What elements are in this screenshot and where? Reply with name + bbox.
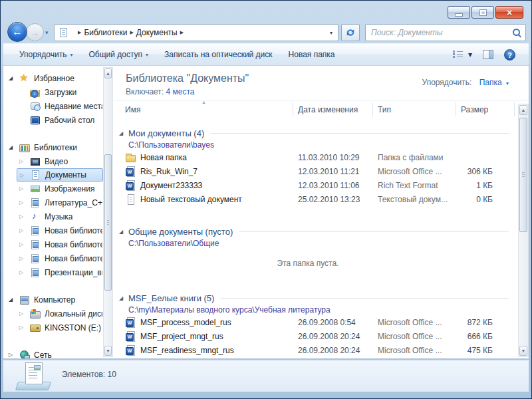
tree-item[interactable]: ▷Презентации_вв bbox=[3, 265, 102, 279]
tree-item[interactable]: Загрузки bbox=[3, 85, 102, 99]
file-row[interactable]: MSF_readiness_mngt_rus26.09.2008 20:24Mi… bbox=[114, 344, 529, 358]
arrange-value[interactable]: Папка bbox=[479, 78, 502, 87]
expander-icon[interactable]: ◢ bbox=[9, 297, 19, 303]
expander-icon[interactable]: ▷ bbox=[19, 255, 30, 261]
tree-item[interactable]: ▷Литература_C++ bbox=[3, 196, 102, 209]
breadcrumb-item[interactable]: Библиотеки bbox=[82, 27, 128, 38]
file-list-scrollbar[interactable]: ▲ ▼ bbox=[518, 104, 529, 357]
back-arrow-icon: ← bbox=[12, 27, 23, 37]
refresh-button[interactable] bbox=[341, 24, 360, 41]
expander-icon[interactable]: ▷ bbox=[19, 311, 30, 317]
scroll-down-button[interactable]: ▼ bbox=[519, 346, 527, 356]
file-size: 872 КБ bbox=[426, 318, 493, 327]
group-header-line bbox=[239, 231, 509, 232]
tree-item[interactable]: ▷Локальный диск bbox=[3, 307, 102, 321]
expander-icon[interactable]: ▷ bbox=[19, 200, 30, 205]
chevron-down-icon[interactable]: ▾ bbox=[506, 80, 509, 86]
toolbar-button[interactable]: Общий доступ▾ bbox=[80, 47, 156, 62]
tree-item[interactable]: Недавние места bbox=[3, 99, 102, 113]
tree-section-header[interactable]: ◢Избранное bbox=[3, 71, 102, 85]
expander-open-icon[interactable]: ◢ bbox=[119, 130, 128, 136]
address-dropdown-icon[interactable]: ▾ bbox=[329, 30, 334, 36]
breadcrumb-separator-icon: ▶ bbox=[128, 30, 134, 35]
scroll-up-button[interactable]: ▲ bbox=[519, 105, 527, 115]
location-page-icon bbox=[59, 27, 69, 38]
toolbar-button-label: Упорядочить bbox=[19, 50, 66, 59]
expander-open-icon[interactable]: ◢ bbox=[119, 295, 128, 301]
search-icon[interactable] bbox=[512, 28, 521, 37]
forward-button[interactable]: → bbox=[26, 23, 44, 41]
column-separator[interactable] bbox=[514, 102, 515, 116]
minimize-button[interactable] bbox=[448, 6, 470, 19]
expander-icon[interactable]: ▷ bbox=[9, 352, 19, 358]
scrollbar-thumb[interactable] bbox=[519, 118, 527, 232]
expander-icon[interactable]: ◢ bbox=[9, 144, 19, 150]
file-row[interactable]: Новая папка11.03.2010 10:29Папка с файла… bbox=[114, 151, 529, 165]
preview-pane-button[interactable] bbox=[483, 50, 493, 59]
group-header[interactable]: ◢Мои документы (4) bbox=[114, 126, 529, 140]
tree-item-label: Изображения bbox=[45, 184, 94, 194]
includes-link[interactable]: 4 места bbox=[166, 87, 195, 96]
back-button[interactable]: ← bbox=[7, 22, 27, 42]
toolbar-button[interactable]: Упорядочить▾ bbox=[11, 47, 80, 62]
column-header[interactable]: Тип bbox=[378, 105, 391, 114]
tree-item[interactable]: ▷Изображения bbox=[3, 182, 102, 196]
scroll-up-button[interactable]: ▲ bbox=[104, 68, 112, 78]
toolbar-button[interactable]: Записать на оптический диск bbox=[156, 47, 281, 62]
change-view-button[interactable]: ▾ bbox=[453, 50, 472, 59]
column-separator[interactable] bbox=[293, 102, 293, 116]
expander-icon[interactable]: ▷ bbox=[19, 325, 30, 331]
expander-open-icon[interactable]: ◢ bbox=[119, 229, 128, 235]
expander-icon[interactable]: ▷ bbox=[19, 269, 30, 275]
file-row[interactable]: MSF_project_mngt_rus26.09.2008 20:24Micr… bbox=[114, 330, 529, 344]
tree-item[interactable]: ▷KINGSTON (E:) bbox=[3, 321, 102, 334]
column-separator[interactable] bbox=[372, 102, 373, 116]
file-row[interactable]: Ris_Ruk_Win_712.03.2010 11:21Microsoft O… bbox=[114, 165, 529, 179]
tree-item[interactable]: ▷Новая библиоте bbox=[3, 223, 102, 237]
address-bar[interactable]: ▶Библиотеки▶Документы▶ ▾ bbox=[54, 24, 338, 41]
column-header[interactable]: Дата изменения bbox=[298, 105, 358, 114]
column-header[interactable]: Имя bbox=[125, 105, 140, 114]
file-row[interactable] bbox=[114, 358, 529, 358]
expander-icon[interactable]: ▷ bbox=[19, 227, 30, 233]
search-input[interactable] bbox=[370, 27, 512, 38]
file-row[interactable]: MSF_process_model_rus26.09.2008 0:54Micr… bbox=[114, 316, 529, 330]
file-row[interactable]: Документ23333312.03.2010 11:06Rich Text … bbox=[114, 179, 529, 193]
group-header[interactable]: ◢MSF_Белые книги (5) bbox=[114, 291, 529, 305]
close-button[interactable]: × bbox=[495, 6, 523, 19]
tree-item[interactable]: Рабочий стол bbox=[3, 113, 102, 127]
file-row[interactable]: Новый текстовый документ25.02.2010 13:23… bbox=[114, 193, 529, 207]
group-path: C:\Пользователи\bayes bbox=[128, 140, 529, 151]
expander-icon[interactable]: ▷ bbox=[19, 186, 30, 192]
empty-folder-message: Эта папка пуста. bbox=[114, 259, 529, 269]
breadcrumb-item[interactable]: Документы bbox=[135, 27, 179, 38]
tree-item[interactable]: ▷Новая библиоте bbox=[3, 251, 102, 265]
tree-section-header[interactable]: ◢Компьютер bbox=[3, 293, 102, 307]
sort-ascending-icon[interactable]: ▲ bbox=[201, 100, 206, 104]
file-date: 26.09.2008 20:24 bbox=[298, 346, 360, 355]
tree-item[interactable]: ▷Музыка bbox=[3, 209, 102, 223]
computer-icon bbox=[19, 295, 30, 305]
tree-item[interactable]: ▷Новая библиоте bbox=[3, 237, 102, 251]
file-size: 666 КБ bbox=[426, 332, 493, 341]
tree-item[interactable]: ▷Документы bbox=[17, 168, 103, 182]
tree-section-header[interactable]: ◢Библиотеки bbox=[3, 140, 102, 154]
toolbar-button[interactable]: Новая папка bbox=[281, 47, 343, 62]
expander-icon[interactable]: ▷ bbox=[19, 158, 30, 164]
scroll-down-button[interactable]: ▼ bbox=[104, 346, 112, 356]
help-button[interactable]: ? bbox=[504, 49, 515, 61]
restore-button[interactable] bbox=[471, 6, 494, 19]
group-header[interactable]: ◢Общие документы (пусто) bbox=[114, 224, 529, 239]
scrollbar-thumb[interactable] bbox=[104, 154, 112, 291]
expander-icon[interactable]: ▷ bbox=[19, 213, 30, 219]
column-separator[interactable] bbox=[456, 102, 456, 116]
tree-item[interactable]: ▷Видео bbox=[3, 154, 102, 168]
expander-icon[interactable]: ▷ bbox=[20, 172, 31, 178]
recent-pages-dropdown[interactable]: ▾ bbox=[45, 29, 49, 36]
expander-icon[interactable]: ◢ bbox=[9, 75, 19, 81]
tree-item-label: Недавние места bbox=[45, 102, 102, 111]
tree-section-header[interactable]: ▷Сеть bbox=[3, 348, 102, 358]
expander-icon[interactable]: ▷ bbox=[19, 241, 30, 247]
column-header[interactable]: Размер bbox=[461, 105, 488, 114]
sidebar-scrollbar[interactable]: ▲ ▼ bbox=[103, 67, 113, 357]
